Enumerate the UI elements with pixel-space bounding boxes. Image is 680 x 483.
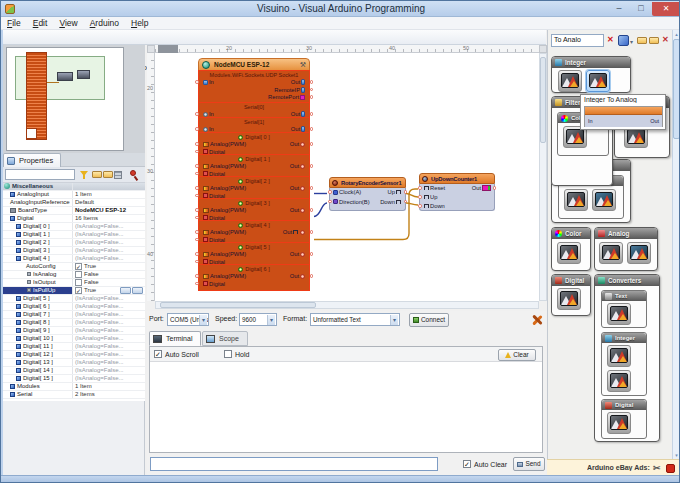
counter-down-pin[interactable]: Down <box>423 202 445 212</box>
menu-view[interactable]: View <box>53 17 83 28</box>
close-button[interactable]: ✕ <box>652 2 680 16</box>
nodemcu-channel-digital-6[interactable]: Digital[ 6 ]Analog(PWM)OutDigital <box>198 264 310 291</box>
pin-dot[interactable] <box>310 80 314 84</box>
component-updown-counter[interactable]: UpDownCounter1 Reset Out Up Down <box>419 173 495 211</box>
input-pin-analog-pwm-[interactable]: Analog(PWM) <box>202 163 246 171</box>
menu-help[interactable]: Help <box>125 17 154 28</box>
property-row-boardtype[interactable]: BoardTypeNodeMCU ESP-12 <box>2 207 145 215</box>
component-tile[interactable] <box>607 345 631 367</box>
pin-dot[interactable] <box>310 186 314 190</box>
node-icon[interactable] <box>10 192 15 197</box>
value-checkbox[interactable] <box>75 279 82 286</box>
pin-dot[interactable] <box>310 112 314 116</box>
pin-dot[interactable] <box>195 112 199 116</box>
node-icon[interactable] <box>16 240 21 245</box>
value-checkbox[interactable]: ✓ <box>75 287 82 294</box>
pin-dot[interactable] <box>195 172 199 176</box>
node-icon[interactable] <box>16 336 21 341</box>
node-icon[interactable] <box>16 376 21 381</box>
node-icon[interactable] <box>16 304 21 309</box>
ruler-marker[interactable] <box>158 45 178 53</box>
pin-dot[interactable] <box>328 190 332 194</box>
pin-dot[interactable] <box>195 142 199 146</box>
property-row-digital-0[interactable]: Digital[ 0 ](IsAnalog=False... <box>2 223 145 231</box>
component-tile[interactable] <box>557 242 581 264</box>
pin-dot[interactable] <box>310 142 314 146</box>
property-row-analoginput[interactable]: AnalogInput1 Item <box>2 191 145 199</box>
input-pin-digital[interactable]: Digital <box>202 281 225 289</box>
pin-dot[interactable] <box>195 252 199 256</box>
nodemcu-channel-serial-1[interactable]: Serial[1]InOut <box>198 117 310 133</box>
filter-funnel-icon[interactable] <box>80 171 88 176</box>
property-row-digital-12[interactable]: Digital[ 12 ](IsAnalog=False... <box>2 351 145 359</box>
property-row-digital-1[interactable]: Digital[ 1 ](IsAnalog=False... <box>2 231 145 239</box>
property-row-digital-15[interactable]: Digital[ 15 ](IsAnalog=False... <box>2 375 145 383</box>
properties-filter-input[interactable] <box>5 169 75 180</box>
pin-dot[interactable] <box>418 186 422 190</box>
property-row-digital-11[interactable]: Digital[ 11 ](IsAnalog=False... <box>2 343 145 351</box>
property-row-isoutput[interactable]: IsOutputFalse <box>2 279 145 287</box>
output-pin-out[interactable]: Out <box>290 163 306 171</box>
output-pin-remoteip[interactable]: RemoteIP <box>274 87 306 95</box>
node-icon[interactable] <box>16 328 21 333</box>
speed-combobox[interactable]: 9600 <box>239 313 277 326</box>
component-tile[interactable] <box>607 303 631 325</box>
component-tile[interactable] <box>592 189 616 211</box>
menu-file[interactable]: File <box>1 17 27 28</box>
node-icon[interactable] <box>16 344 21 349</box>
subcategory-text[interactable]: Text <box>601 290 647 328</box>
expand-folder-icon[interactable] <box>92 171 102 178</box>
pin-dot[interactable] <box>195 216 199 220</box>
property-row-digital[interactable]: Digital16 Items <box>2 215 145 223</box>
tab-properties[interactable]: Properties <box>3 153 61 167</box>
canvas-hscroll-thumb[interactable] <box>160 302 316 308</box>
add-component-icon[interactable] <box>618 35 629 46</box>
pin-dot[interactable] <box>195 127 199 131</box>
output-pin-out[interactable]: Out <box>291 79 306 87</box>
pin-dot[interactable] <box>404 190 408 194</box>
component-tile[interactable] <box>607 370 631 392</box>
property-row-ispullup[interactable]: IsPullUp✓True <box>2 287 145 295</box>
pin-dot[interactable] <box>310 127 314 131</box>
node-icon[interactable] <box>16 224 21 229</box>
rotary-clock-pin[interactable]: Clock(A) <box>339 189 361 195</box>
pin-dot[interactable] <box>310 252 314 256</box>
subcategory-integer[interactable]: Integer <box>601 332 647 396</box>
clear-button[interactable]: Clear <box>498 349 536 361</box>
property-row-isanalog[interactable]: IsAnalogFalse <box>2 271 145 279</box>
output-pin-out[interactable]: Out <box>290 251 306 259</box>
pin-icon[interactable] <box>130 170 136 176</box>
collapse-folder-icon[interactable] <box>103 171 113 178</box>
counter-header[interactable]: UpDownCounter1 <box>419 173 495 184</box>
input-pin-analog-pwm-[interactable]: Analog(PWM) <box>202 251 246 259</box>
subcategory-digital[interactable]: Digital <box>601 399 647 439</box>
output-pin-out[interactable]: Out <box>290 273 306 281</box>
value-checkbox[interactable] <box>75 271 82 278</box>
scissors-icon[interactable]: ✂ <box>653 463 661 473</box>
property-row-digital-6[interactable]: Digital[ 6 ](IsAnalog=False... <box>2 303 145 311</box>
nodemcu-channel-digital-2[interactable]: Digital[ 2 ]Analog(PWM)OutDigital <box>198 176 310 199</box>
input-pin-analog-pwm-[interactable]: Analog(PWM) <box>202 229 246 237</box>
disconnect-tool-icon[interactable] <box>531 314 543 326</box>
nodemcu-channel-digital-5[interactable]: Digital[ 5 ]Analog(PWM)OutDigital <box>198 242 310 265</box>
pin-dot[interactable] <box>195 260 199 264</box>
property-row-digital-8[interactable]: Digital[ 8 ](IsAnalog=False... <box>2 319 145 327</box>
hold-checkbox[interactable] <box>224 350 232 358</box>
property-row-digital-4[interactable]: Digital[ 4 ](IsAnalog=False... <box>2 255 145 263</box>
pin-dot[interactable] <box>195 80 199 84</box>
input-pin-analog-pwm-[interactable]: Analog(PWM) <box>202 273 246 281</box>
pin-dot[interactable] <box>195 186 199 190</box>
value-more-button[interactable] <box>132 287 143 294</box>
property-row-analoginputreference[interactable]: AnalogInputReferenceDefault <box>2 199 145 207</box>
input-pin-analog-pwm-[interactable]: Analog(PWM) <box>202 141 246 149</box>
category-digital[interactable]: Digital <box>551 274 591 316</box>
pin-dot[interactable] <box>195 274 199 278</box>
toolbox-search-input[interactable]: To Analo <box>551 34 604 47</box>
node-icon[interactable] <box>16 360 21 365</box>
node-icon[interactable] <box>16 320 21 325</box>
pin-dot[interactable] <box>195 282 199 286</box>
component-tile[interactable] <box>627 242 651 264</box>
nodemcu-channel-serial-0[interactable]: Serial[0]InOut <box>198 102 310 118</box>
component-nodemcu-esp12[interactable]: NodeMCU ESP-12 ⚒ Modules.WiFi.Sockets.UD… <box>198 58 310 291</box>
search-clear-icon[interactable]: ✕ <box>607 35 614 44</box>
